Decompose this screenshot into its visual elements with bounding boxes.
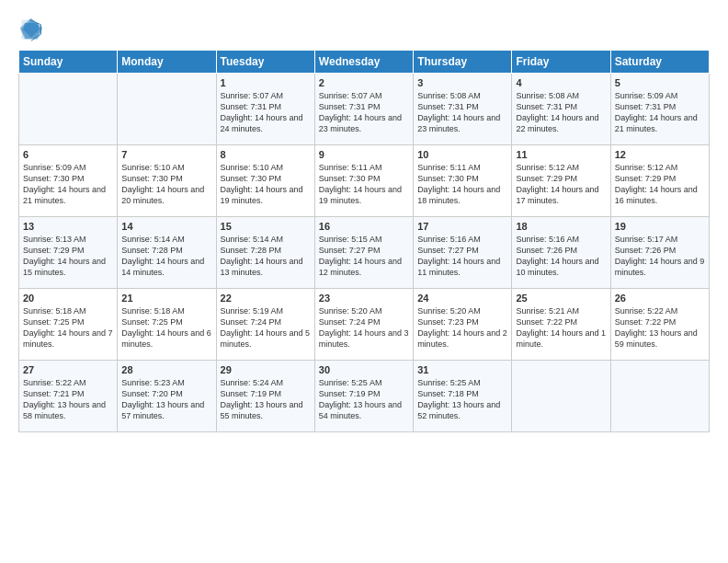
cell-content: Sunrise: 5:09 AM Sunset: 7:30 PM Dayligh…: [23, 162, 113, 207]
calendar-cell: 4Sunrise: 5:08 AM Sunset: 7:31 PM Daylig…: [512, 74, 610, 145]
day-number: 7: [121, 149, 211, 160]
day-number: 30: [319, 364, 409, 375]
cell-content: Sunrise: 5:11 AM Sunset: 7:30 PM Dayligh…: [417, 162, 507, 207]
calendar-cell: 18Sunrise: 5:16 AM Sunset: 7:26 PM Dayli…: [512, 217, 610, 289]
day-number: 16: [319, 221, 409, 232]
header-day-monday: Monday: [118, 51, 216, 74]
cell-content: Sunrise: 5:22 AM Sunset: 7:22 PM Dayligh…: [615, 305, 705, 350]
header-day-sunday: Sunday: [19, 51, 118, 74]
week-row-1: 1Sunrise: 5:07 AM Sunset: 7:31 PM Daylig…: [19, 74, 710, 145]
cell-content: Sunrise: 5:16 AM Sunset: 7:27 PM Dayligh…: [417, 234, 507, 279]
header-day-tuesday: Tuesday: [216, 51, 314, 74]
calendar-page: SundayMondayTuesdayWednesdayThursdayFrid…: [0, 0, 728, 563]
header-day-saturday: Saturday: [610, 51, 709, 74]
calendar-cell: 28Sunrise: 5:23 AM Sunset: 7:20 PM Dayli…: [118, 361, 216, 432]
day-number: 14: [121, 221, 211, 232]
cell-content: Sunrise: 5:13 AM Sunset: 7:29 PM Dayligh…: [23, 234, 113, 279]
cell-content: Sunrise: 5:25 AM Sunset: 7:19 PM Dayligh…: [319, 377, 409, 422]
day-number: 13: [23, 221, 113, 232]
cell-content: Sunrise: 5:14 AM Sunset: 7:28 PM Dayligh…: [121, 234, 211, 279]
day-number: 4: [516, 77, 606, 88]
day-number: 9: [319, 149, 409, 160]
logo: [18, 17, 48, 42]
cell-content: Sunrise: 5:20 AM Sunset: 7:23 PM Dayligh…: [417, 305, 507, 350]
calendar-cell: 26Sunrise: 5:22 AM Sunset: 7:22 PM Dayli…: [610, 289, 709, 361]
calendar-cell: 11Sunrise: 5:12 AM Sunset: 7:29 PM Dayli…: [512, 145, 610, 217]
cell-content: Sunrise: 5:09 AM Sunset: 7:31 PM Dayligh…: [615, 90, 705, 135]
calendar-cell: 16Sunrise: 5:15 AM Sunset: 7:27 PM Dayli…: [314, 217, 413, 289]
day-number: 21: [121, 293, 211, 304]
calendar-cell: 25Sunrise: 5:21 AM Sunset: 7:22 PM Dayli…: [512, 289, 610, 361]
day-number: 19: [615, 221, 705, 232]
calendar-cell: 13Sunrise: 5:13 AM Sunset: 7:29 PM Dayli…: [19, 217, 118, 289]
cell-content: Sunrise: 5:08 AM Sunset: 7:31 PM Dayligh…: [516, 90, 606, 135]
calendar-cell: [118, 74, 216, 145]
day-number: 6: [23, 149, 113, 160]
day-number: 22: [221, 293, 311, 304]
calendar-cell: 17Sunrise: 5:16 AM Sunset: 7:27 PM Dayli…: [414, 217, 512, 289]
calendar-cell: 10Sunrise: 5:11 AM Sunset: 7:30 PM Dayli…: [414, 145, 512, 217]
cell-content: Sunrise: 5:23 AM Sunset: 7:20 PM Dayligh…: [121, 377, 211, 422]
cell-content: Sunrise: 5:12 AM Sunset: 7:29 PM Dayligh…: [516, 162, 606, 207]
week-row-4: 20Sunrise: 5:18 AM Sunset: 7:25 PM Dayli…: [19, 289, 710, 361]
calendar-header: SundayMondayTuesdayWednesdayThursdayFrid…: [19, 51, 710, 74]
calendar-cell: 2Sunrise: 5:07 AM Sunset: 7:31 PM Daylig…: [314, 74, 413, 145]
day-number: 12: [615, 149, 705, 160]
calendar-body: 1Sunrise: 5:07 AM Sunset: 7:31 PM Daylig…: [19, 74, 710, 432]
week-row-2: 6Sunrise: 5:09 AM Sunset: 7:30 PM Daylig…: [19, 145, 710, 217]
cell-content: Sunrise: 5:25 AM Sunset: 7:18 PM Dayligh…: [417, 377, 507, 422]
cell-content: Sunrise: 5:07 AM Sunset: 7:31 PM Dayligh…: [221, 90, 311, 135]
day-number: 18: [516, 221, 606, 232]
day-number: 29: [221, 364, 311, 375]
calendar-cell: 21Sunrise: 5:18 AM Sunset: 7:25 PM Dayli…: [118, 289, 216, 361]
calendar-cell: 1Sunrise: 5:07 AM Sunset: 7:31 PM Daylig…: [216, 74, 314, 145]
day-number: 2: [319, 77, 409, 88]
day-number: 15: [221, 221, 311, 232]
logo-icon: [18, 17, 44, 42]
cell-content: Sunrise: 5:11 AM Sunset: 7:30 PM Dayligh…: [319, 162, 409, 207]
day-number: 24: [417, 293, 507, 304]
day-number: 10: [417, 149, 507, 160]
cell-content: Sunrise: 5:21 AM Sunset: 7:22 PM Dayligh…: [516, 305, 606, 350]
header-day-thursday: Thursday: [414, 51, 512, 74]
day-number: 1: [221, 77, 311, 88]
day-number: 17: [417, 221, 507, 232]
day-number: 31: [417, 364, 507, 375]
day-number: 26: [615, 293, 705, 304]
calendar-cell: 9Sunrise: 5:11 AM Sunset: 7:30 PM Daylig…: [314, 145, 413, 217]
cell-content: Sunrise: 5:07 AM Sunset: 7:31 PM Dayligh…: [319, 90, 409, 135]
cell-content: Sunrise: 5:12 AM Sunset: 7:29 PM Dayligh…: [615, 162, 705, 207]
cell-content: Sunrise: 5:19 AM Sunset: 7:24 PM Dayligh…: [221, 305, 311, 350]
cell-content: Sunrise: 5:10 AM Sunset: 7:30 PM Dayligh…: [121, 162, 211, 207]
cell-content: Sunrise: 5:14 AM Sunset: 7:28 PM Dayligh…: [221, 234, 311, 279]
cell-content: Sunrise: 5:17 AM Sunset: 7:26 PM Dayligh…: [615, 234, 705, 279]
header-day-wednesday: Wednesday: [314, 51, 413, 74]
calendar-cell: 14Sunrise: 5:14 AM Sunset: 7:28 PM Dayli…: [118, 217, 216, 289]
calendar-cell: 29Sunrise: 5:24 AM Sunset: 7:19 PM Dayli…: [216, 361, 314, 432]
calendar-cell: [512, 361, 610, 432]
cell-content: Sunrise: 5:24 AM Sunset: 7:19 PM Dayligh…: [221, 377, 311, 422]
calendar-cell: [610, 361, 709, 432]
calendar-cell: 12Sunrise: 5:12 AM Sunset: 7:29 PM Dayli…: [610, 145, 709, 217]
calendar-cell: 5Sunrise: 5:09 AM Sunset: 7:31 PM Daylig…: [610, 74, 709, 145]
calendar-cell: 20Sunrise: 5:18 AM Sunset: 7:25 PM Dayli…: [19, 289, 118, 361]
cell-content: Sunrise: 5:15 AM Sunset: 7:27 PM Dayligh…: [319, 234, 409, 279]
day-number: 20: [23, 293, 113, 304]
day-number: 25: [516, 293, 606, 304]
calendar-cell: 8Sunrise: 5:10 AM Sunset: 7:30 PM Daylig…: [216, 145, 314, 217]
header-day-friday: Friday: [512, 51, 610, 74]
cell-content: Sunrise: 5:18 AM Sunset: 7:25 PM Dayligh…: [23, 305, 113, 350]
calendar-cell: 22Sunrise: 5:19 AM Sunset: 7:24 PM Dayli…: [216, 289, 314, 361]
header: [18, 17, 710, 42]
day-number: 27: [23, 364, 113, 375]
cell-content: Sunrise: 5:20 AM Sunset: 7:24 PM Dayligh…: [319, 305, 409, 350]
calendar-cell: 30Sunrise: 5:25 AM Sunset: 7:19 PM Dayli…: [314, 361, 413, 432]
calendar-cell: 23Sunrise: 5:20 AM Sunset: 7:24 PM Dayli…: [314, 289, 413, 361]
calendar-cell: 19Sunrise: 5:17 AM Sunset: 7:26 PM Dayli…: [610, 217, 709, 289]
header-row: SundayMondayTuesdayWednesdayThursdayFrid…: [19, 51, 710, 74]
day-number: 3: [417, 77, 507, 88]
day-number: 8: [221, 149, 311, 160]
calendar-cell: 27Sunrise: 5:22 AM Sunset: 7:21 PM Dayli…: [19, 361, 118, 432]
cell-content: Sunrise: 5:08 AM Sunset: 7:31 PM Dayligh…: [417, 90, 507, 135]
calendar-cell: 15Sunrise: 5:14 AM Sunset: 7:28 PM Dayli…: [216, 217, 314, 289]
